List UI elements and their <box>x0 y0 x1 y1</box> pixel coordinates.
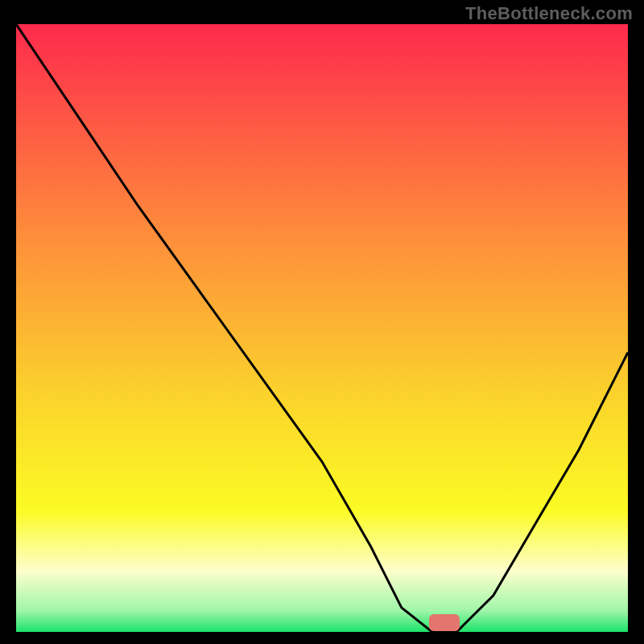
plot-area <box>16 24 628 632</box>
chart-frame: TheBottleneck.com <box>0 0 644 644</box>
watermark-text: TheBottleneck.com <box>465 3 633 24</box>
gradient-rect <box>16 24 628 632</box>
optimal-marker <box>429 614 460 631</box>
chart-svg <box>16 24 628 632</box>
